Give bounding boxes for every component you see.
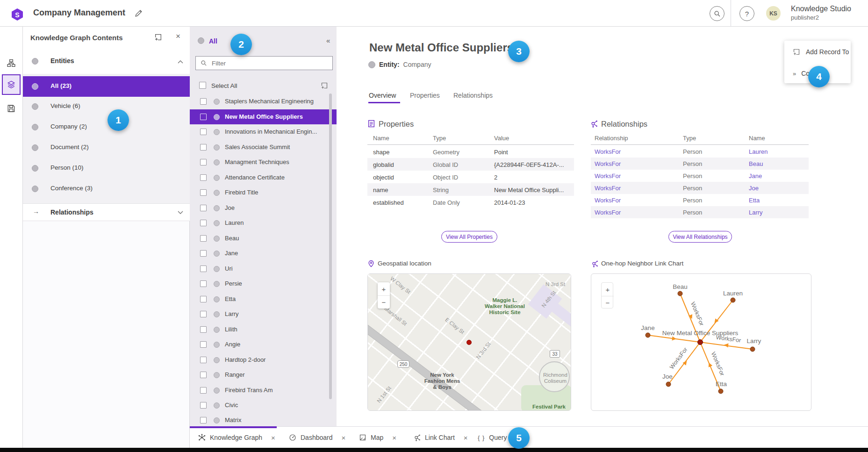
list-item[interactable]: Firebird Title — [190, 185, 337, 200]
entity-link[interactable]: Larry — [749, 209, 763, 216]
select-all-checkbox[interactable] — [199, 82, 206, 89]
entity-link[interactable]: Etta — [749, 197, 760, 204]
relationship-link[interactable]: WorksFor — [595, 160, 621, 167]
item-checkbox[interactable] — [200, 311, 207, 317]
table-row[interactable]: WorksForPersonLauren — [591, 145, 809, 158]
list-item[interactable]: Attendance Certificate — [190, 170, 337, 185]
list-item[interactable]: Jane — [190, 246, 337, 261]
contents-layers-icon[interactable] — [6, 79, 17, 90]
node-larry[interactable] — [750, 347, 755, 352]
menu-item-add-record-to[interactable]: Add Record To — [784, 46, 851, 58]
list-scrollbar[interactable] — [329, 93, 332, 399]
record-location-dot[interactable] — [466, 340, 472, 345]
table-row[interactable]: objectidObject ID2 — [367, 171, 574, 183]
close-panel-icon[interactable]: × — [176, 32, 180, 41]
app-logo-icon[interactable]: S — [11, 8, 24, 21]
item-checkbox[interactable] — [200, 387, 207, 394]
relationship-link[interactable]: WorksFor — [595, 209, 621, 216]
tab-relationships[interactable]: Relationships — [453, 92, 493, 99]
close-tab-icon[interactable]: × — [271, 434, 275, 442]
node-beau[interactable] — [678, 291, 682, 296]
collapse-panel-icon[interactable]: « — [326, 36, 330, 44]
list-item[interactable]: Etta — [190, 292, 337, 307]
table-row[interactable]: WorksForPersonLarry — [591, 206, 809, 218]
node-etta[interactable] — [718, 389, 723, 394]
list-item[interactable]: Lilith — [190, 322, 337, 337]
entity-link[interactable]: Jane — [749, 172, 762, 179]
list-item[interactable]: Larry — [190, 307, 337, 322]
filter-input[interactable] — [211, 59, 320, 67]
node-joe[interactable] — [666, 382, 671, 387]
list-item[interactable]: Hardtop 2-door — [190, 352, 337, 367]
item-checkbox[interactable] — [200, 189, 207, 196]
list-item[interactable]: Matrix — [190, 413, 337, 426]
table-row[interactable]: globalidGlobal ID{A228944F-0EF5-412A-... — [367, 158, 574, 171]
relationship-link[interactable]: WorksFor — [595, 185, 621, 192]
item-checkbox[interactable] — [200, 296, 207, 302]
edit-title-pencil-icon[interactable] — [135, 9, 143, 17]
item-checkbox[interactable] — [200, 235, 207, 242]
zoom-out-button[interactable]: − — [602, 296, 614, 309]
add-record-icon[interactable] — [321, 82, 328, 89]
item-checkbox[interactable] — [200, 402, 207, 409]
list-item-selected[interactable]: New Metal Office Suppliers — [190, 109, 337, 124]
entity-type-document[interactable]: Document (2) — [22, 137, 190, 158]
chevron-up-icon[interactable] — [178, 60, 183, 64]
data-model-icon[interactable] — [6, 57, 17, 69]
item-checkbox[interactable] — [200, 265, 207, 272]
avatar[interactable]: KS — [766, 6, 781, 21]
tab-dashboard[interactable]: Dashboard × — [289, 427, 345, 448]
entity-type-all[interactable]: All (23) — [22, 76, 190, 97]
list-item[interactable]: Civic — [190, 398, 337, 413]
table-row[interactable]: establishedDate Only2014-01-23 — [367, 196, 574, 208]
item-checkbox[interactable] — [200, 114, 207, 120]
view-all-relationships-button[interactable]: View All Relationships — [668, 231, 732, 243]
table-row[interactable]: nameStringNew Metal Office Suppli... — [367, 183, 574, 196]
list-item[interactable]: Ranger — [190, 367, 337, 382]
view-all-properties-button[interactable]: View All Properties — [441, 231, 497, 243]
close-tab-icon[interactable]: × — [392, 434, 396, 442]
list-item[interactable]: Persie — [190, 276, 337, 291]
relationship-link[interactable]: WorksFor — [595, 148, 621, 155]
item-checkbox[interactable] — [200, 205, 207, 211]
item-checkbox[interactable] — [200, 144, 207, 151]
entities-group-row[interactable]: Entities — [22, 49, 190, 74]
table-row[interactable]: shapeGeometryPoint — [367, 145, 574, 158]
node-jane[interactable] — [646, 333, 650, 337]
save-icon[interactable] — [6, 103, 17, 114]
relationships-group-row[interactable]: → Relationships — [22, 203, 190, 221]
table-row[interactable]: WorksForPersonEtta — [591, 194, 809, 206]
list-item[interactable]: Uri — [190, 261, 337, 276]
list-item[interactable]: Managment Techniques — [190, 155, 337, 170]
item-checkbox[interactable] — [200, 159, 207, 165]
tab-knowledge-graph[interactable]: Knowledge Graph × — [198, 427, 275, 448]
zoom-in-button[interactable]: + — [602, 283, 614, 296]
zoom-in-button[interactable]: + — [378, 282, 390, 295]
entity-type-vehicle[interactable]: Vehicle (6) — [22, 96, 190, 117]
one-hop-link-chart[interactable]: WorksFor WorksFor WorksFor WorksFor New … — [591, 273, 811, 411]
entity-type-company[interactable]: Company (2) — [22, 117, 190, 137]
table-row[interactable]: WorksForPersonBeau — [591, 158, 809, 170]
node-lauren[interactable] — [731, 298, 735, 302]
chevron-down-icon[interactable] — [178, 211, 183, 214]
node-center[interactable] — [698, 340, 703, 345]
add-record-icon[interactable] — [154, 33, 162, 41]
relationship-link[interactable]: WorksFor — [595, 172, 621, 179]
zoom-out-button[interactable]: − — [378, 295, 390, 309]
geospatial-map[interactable]: W Clay St N 3rd St N 4th St Maggie L.Wal… — [367, 273, 571, 411]
entity-link[interactable]: Lauren — [749, 148, 768, 155]
search-icon[interactable] — [710, 6, 725, 21]
item-checkbox[interactable] — [200, 357, 207, 363]
relationship-link[interactable]: WorksFor — [595, 197, 621, 204]
tab-overview[interactable]: Overview — [369, 92, 396, 99]
close-tab-icon[interactable]: × — [464, 434, 468, 442]
item-checkbox[interactable] — [200, 417, 207, 423]
list-item[interactable]: Angie — [190, 337, 337, 352]
item-checkbox[interactable] — [200, 326, 207, 333]
list-item[interactable]: Firebird Trans Am — [190, 383, 337, 398]
list-item[interactable]: Joe — [190, 201, 337, 215]
item-checkbox[interactable] — [200, 341, 207, 348]
item-checkbox[interactable] — [200, 98, 207, 105]
item-checkbox[interactable] — [200, 372, 207, 378]
table-row[interactable]: WorksForPersonJane — [591, 170, 809, 182]
